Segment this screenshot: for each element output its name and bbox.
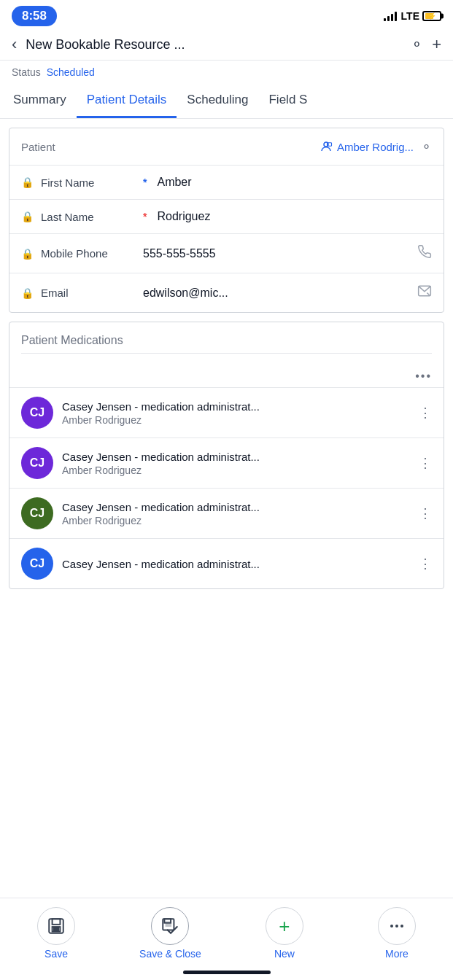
lightning-icon: ⚡ [428,12,436,20]
home-indicator [183,971,271,974]
med-subtitle: Amber Rodriguez [62,414,410,426]
avatar: CJ [21,447,53,479]
lte-label: LTE [401,10,419,22]
list-item: CJ Casey Jensen - medication administrat… [9,539,444,588]
lock-icon: 🔒 [21,211,34,222]
more-icon-wrap [378,907,416,945]
med-title: Casey Jensen - medication administrat... [62,400,410,413]
list-item: CJ Casey Jensen - medication administrat… [9,438,444,489]
email-value[interactable]: edwilson@mic... [143,287,404,300]
new-icon-wrap: + [266,907,303,945]
patient-name[interactable]: Amber Rodrig... [337,141,414,153]
med-menu-icon[interactable]: ⋮ [419,556,432,572]
add-button[interactable]: + [432,35,441,54]
first-name-required: * [143,176,147,188]
save-icon-wrap [37,907,75,945]
tab-field-s[interactable]: Field S [258,84,317,118]
bottom-nav: Save Save & Close + New More [0,898,453,980]
med-info: Casey Jensen - medication administrat...… [62,451,410,476]
medications-header: Patient Medications [9,322,444,365]
med-subtitle: Amber Rodriguez [62,464,410,476]
med-menu-icon[interactable]: ⋮ [419,505,432,521]
avatar: CJ [21,497,53,529]
email-icon[interactable] [417,284,432,302]
more-button[interactable]: More [368,907,426,960]
page-title: New Bookable Resource ... [26,37,402,52]
patient-icon [320,140,333,153]
lock-icon: 🔒 [21,287,34,299]
status-label: Status [12,66,41,78]
med-menu-icon[interactable]: ⋮ [419,455,432,471]
medications-title: Patient Medications [21,334,123,346]
status-icons: LTE ⚡ [384,10,441,22]
mobile-phone-label: Mobile Phone [41,247,136,260]
med-menu-icon[interactable]: ⋮ [419,405,432,421]
main-content: Patient Amber Rodrig... ⚬ 🔒 First Name *… [0,119,453,694]
phone-icon[interactable] [417,244,432,262]
email-row: 🔒 Email edwilson@mic... [9,273,444,312]
svg-rect-7 [54,928,59,930]
save-icon [47,917,66,936]
tab-summary[interactable]: Summary [3,84,77,118]
med-subtitle: Amber Rodriguez [62,515,410,526]
header: ‹ New Bookable Resource ... ⚬ + [0,29,453,61]
save-close-icon-wrap [151,907,189,945]
med-info: Casey Jensen - medication administrat... [62,558,410,570]
last-name-row: 🔒 Last Name * Rodriguez [9,200,444,234]
avatar: CJ [21,397,53,429]
status-value[interactable]: Scheduled [47,66,95,78]
last-name-value[interactable]: Rodriguez [157,210,432,223]
last-name-label: Last Name [41,211,136,223]
med-title: Casey Jensen - medication administrat... [62,451,410,463]
medications-more-row: ••• [9,365,444,388]
svg-rect-10 [166,922,171,926]
svg-point-12 [395,925,398,928]
svg-line-3 [427,293,429,295]
patient-header: Patient Amber Rodrig... ⚬ [9,128,444,166]
svg-rect-5 [53,919,61,925]
save-label: Save [44,948,68,960]
save-close-icon [160,917,179,936]
patient-info-card: Patient Amber Rodrig... ⚬ 🔒 First Name *… [9,128,444,313]
search-icon[interactable]: ⚬ [411,36,423,53]
tab-patient-details[interactable]: Patient Details [77,84,177,118]
new-button[interactable]: + New [255,907,314,960]
list-item: CJ Casey Jensen - medication administrat… [9,388,444,438]
battery-icon: ⚡ [422,11,441,21]
medications-ellipsis-icon[interactable]: ••• [415,370,432,383]
save-button[interactable]: Save [27,907,85,960]
more-icon [388,917,406,935]
more-label: More [385,948,409,960]
patient-label: Patient [21,141,320,153]
medications-divider [21,353,432,354]
save-close-button[interactable]: Save & Close [139,907,201,960]
patient-search-icon[interactable]: ⚬ [421,139,432,155]
lock-icon: 🔒 [21,176,34,188]
status-bar: 8:58 LTE ⚡ [0,0,453,29]
med-info: Casey Jensen - medication administrat...… [62,400,410,426]
new-plus-icon: + [279,915,290,938]
mobile-phone-value[interactable]: 555-555-5555 [143,247,404,260]
avatar: CJ [21,548,53,580]
new-label: New [274,948,295,960]
status-time: 8:58 [12,6,57,26]
first-name-row: 🔒 First Name * Amber [9,166,444,200]
patient-link[interactable]: Amber Rodrig... [320,140,414,153]
svg-point-13 [400,925,403,928]
back-button[interactable]: ‹ [12,35,17,54]
lock-icon: 🔒 [21,248,34,260]
tab-bar: Summary Patient Details Scheduling Field… [0,84,453,119]
med-title: Casey Jensen - medication administrat... [62,558,410,570]
first-name-label: First Name [41,176,136,189]
list-item: CJ Casey Jensen - medication administrat… [9,489,444,539]
first-name-value[interactable]: Amber [157,176,432,189]
signal-bars-icon [384,11,397,21]
med-title: Casey Jensen - medication administrat... [62,501,410,513]
med-info: Casey Jensen - medication administrat...… [62,501,410,526]
medications-card: Patient Medications ••• CJ Casey Jensen … [9,322,444,589]
email-label: Email [41,287,136,299]
last-name-required: * [143,211,147,222]
svg-point-11 [390,925,393,928]
save-close-label: Save & Close [139,948,201,960]
tab-scheduling[interactable]: Scheduling [177,84,258,118]
